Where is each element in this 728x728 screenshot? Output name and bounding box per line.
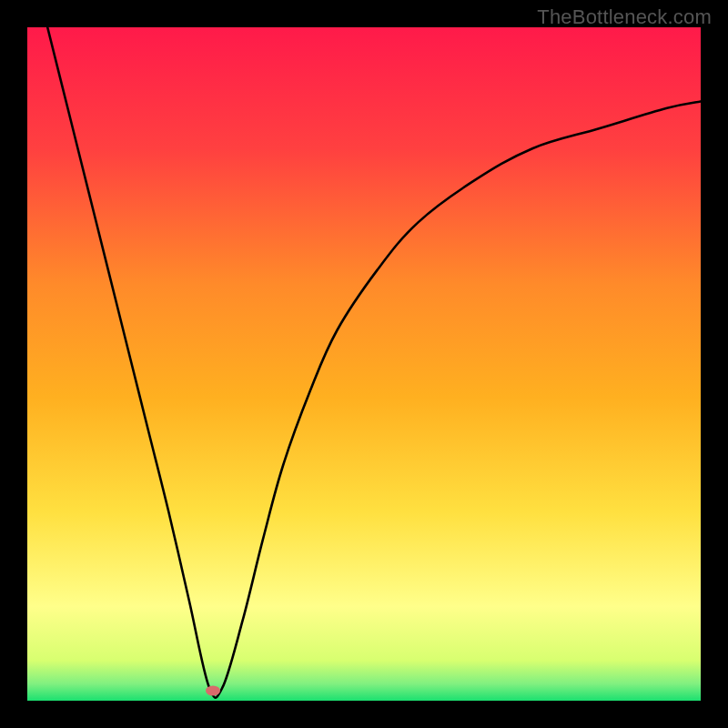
plot-area (27, 27, 701, 701)
chart-frame: TheBottleneck.com (0, 0, 728, 728)
watermark-text: TheBottleneck.com (537, 5, 712, 29)
bottleneck-curve (47, 27, 701, 698)
minimum-marker (206, 685, 220, 695)
curve-layer (27, 27, 701, 701)
